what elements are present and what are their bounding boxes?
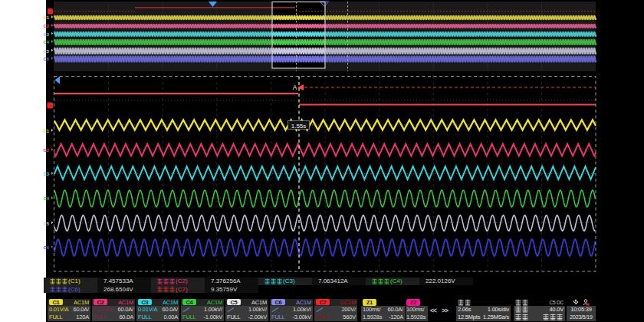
svg-text:1.55s: 1.55s (291, 123, 307, 130)
svg-text:C6: C6 (44, 57, 50, 61)
svg-text:C5: C5 (44, 49, 50, 54)
svg-text:A: A (293, 84, 297, 91)
svg-text:C4: C4 (44, 40, 50, 44)
svg-text:C3: C3 (44, 32, 50, 37)
svg-text:C2: C2 (44, 24, 50, 28)
svg-text:C1: C1 (44, 15, 50, 20)
svg-text:C5: C5 (44, 222, 50, 226)
svg-text:C2: C2 (44, 148, 50, 153)
svg-text:C6: C6 (44, 245, 50, 250)
svg-text:C1: C1 (44, 129, 50, 133)
svg-text:C4: C4 (44, 196, 50, 201)
svg-text:C3: C3 (44, 172, 50, 176)
